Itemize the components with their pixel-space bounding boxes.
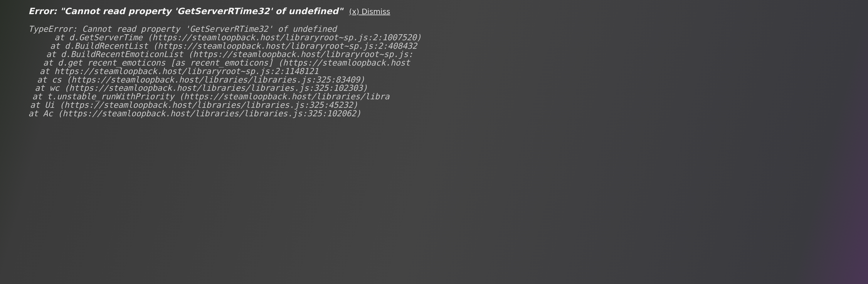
stack-line: at wc (https://steamloopback.host/librar… [28, 84, 868, 92]
stack-line: at d.BuildRecentList (https://steamloopb… [28, 42, 868, 50]
stack-line: at Ac (https://steamloopback.host/librar… [28, 109, 868, 118]
error-title: Error: "Cannot read property 'GetServerR… [28, 6, 343, 16]
stack-line: at d.BuildRecentEmoticonList (https://st… [28, 50, 868, 59]
stack-line: TypeError: Cannot read property 'GetServ… [28, 25, 868, 33]
stack-line: at cs (https://steamloopback.host/librar… [28, 76, 868, 84]
stack-line: at Ui (https://steamloopback.host/librar… [28, 101, 868, 109]
stack-line: at https://steamloopback.host/libraryroo… [28, 67, 868, 76]
error-header: Error: "Cannot read property 'GetServerR… [28, 6, 868, 16]
error-panel: Error: "Cannot read property 'GetServerR… [0, 6, 868, 118]
stack-line: at d.get recent_emoticons [as recent_emo… [28, 59, 868, 67]
stack-line: at d.GetServerTime (https://steamloopbac… [28, 33, 868, 42]
stack-line: at t.unstable_runWithPriority (https://s… [28, 92, 868, 101]
dismiss-button[interactable]: (x) Dismiss [349, 7, 390, 16]
stack-trace: TypeError: Cannot read property 'GetServ… [28, 25, 868, 118]
